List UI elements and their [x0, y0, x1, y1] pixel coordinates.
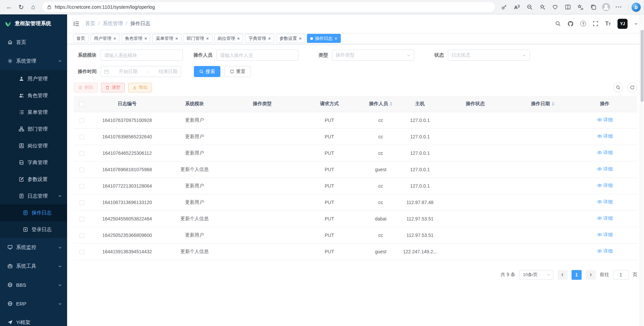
sidebar-item-user-mgmt[interactable]: 用户管理 [0, 70, 67, 87]
column-header-operator[interactable]: 操作人员 [359, 96, 402, 112]
date-range-picker[interactable]: 开始日期 - 结束日期 [101, 66, 181, 77]
zoom-out-icon[interactable] [524, 1, 535, 13]
close-icon[interactable]: × [334, 36, 337, 41]
module-input[interactable] [104, 53, 179, 58]
toggle-search-button[interactable] [613, 82, 623, 92]
address-bar[interactable]: https://ccnetcore.com:1101/system/log/op… [42, 2, 495, 12]
sidebar-item-erp[interactable]: ERP [0, 294, 67, 313]
tag-tab-menu[interactable]: 菜单管理× [152, 34, 181, 43]
help-icon[interactable]: ? [580, 21, 586, 26]
row-checkbox[interactable] [79, 168, 84, 172]
column-header-date[interactable]: 操作日期 [513, 96, 572, 112]
row-checkbox[interactable] [79, 135, 84, 139]
browser-home-button[interactable]: ⌂ [28, 1, 39, 13]
sidebar-item-yi-framework[interactable]: Yi框架 [0, 313, 67, 326]
sidebar-item-monitor[interactable]: 系统监控 [0, 238, 67, 257]
sidebar-item-tools[interactable]: 系统工具 [0, 257, 67, 275]
collections-icon[interactable] [588, 1, 599, 13]
tag-tab-post[interactable]: 岗位管理× [214, 34, 243, 43]
sidebar-item-post-mgmt[interactable]: 岗位管理 [0, 137, 67, 154]
close-icon[interactable]: × [299, 36, 302, 41]
tag-tab-operlog-active[interactable]: 操作日志× [307, 34, 340, 43]
detail-link[interactable]: 详细 [597, 117, 613, 123]
close-icon[interactable]: × [206, 36, 209, 41]
refresh-button[interactable]: ↻ [15, 1, 27, 13]
page-size-select[interactable]: 10条/页 [519, 270, 553, 280]
tag-tab-home[interactable]: 首页 [73, 34, 89, 43]
browser-menu-icon[interactable]: ··· [613, 1, 625, 13]
github-icon[interactable] [568, 21, 574, 27]
password-key-icon[interactable] [498, 1, 510, 13]
sidebar-item-home[interactable]: 首页 [0, 33, 67, 52]
sidebar-item-login-log[interactable]: 登录日志 [0, 221, 67, 238]
tag-tab-dept[interactable]: 部门管理× [183, 34, 212, 43]
row-checkbox[interactable] [79, 233, 84, 238]
tag-tab-user[interactable]: 用户管理× [91, 34, 119, 43]
tag-tab-role[interactable]: 角色管理× [121, 34, 150, 43]
browser-profile-avatar[interactable] [600, 1, 612, 13]
detail-link[interactable]: 详细 [597, 150, 613, 156]
detail-link[interactable]: 详细 [597, 166, 613, 172]
sort-carets-icon[interactable] [552, 101, 554, 107]
detail-link[interactable]: 详细 [597, 133, 613, 139]
bing-copilot-icon[interactable]: b [632, 3, 641, 12]
delete-button[interactable]: 删除 [74, 83, 98, 92]
breadcrumb-item[interactable]: 首页 [85, 20, 95, 27]
detail-link[interactable]: 详细 [597, 232, 613, 238]
back-button[interactable]: ← [3, 1, 15, 13]
row-checkbox[interactable] [79, 217, 84, 221]
font-size-icon[interactable]: TT [605, 21, 611, 27]
header-search-icon[interactable] [555, 21, 561, 26]
sidebar-item-param-settings[interactable]: 参数设置 [0, 171, 67, 188]
status-select[interactable]: 日志状态 [448, 50, 530, 61]
close-icon[interactable]: × [268, 36, 271, 41]
scrollbar-thumb[interactable] [641, 30, 644, 102]
user-avatar-logo[interactable]: YJ [618, 19, 628, 29]
clear-button[interactable]: 清空 [101, 83, 125, 92]
tag-tab-dict[interactable]: 字典管理× [245, 34, 274, 43]
sidebar-item-operation-log[interactable]: 操作日志 [0, 204, 67, 221]
fullscreen-icon[interactable] [593, 21, 598, 26]
search-button[interactable]: 搜索 [194, 66, 220, 77]
read-aloud-icon[interactable]: A)) [511, 1, 523, 13]
page-number-button[interactable]: 1 [572, 270, 582, 280]
operator-input[interactable] [220, 53, 295, 58]
browser-essentials-icon[interactable] [549, 1, 561, 13]
refresh-table-button[interactable] [627, 82, 637, 92]
breadcrumb-item[interactable]: 系统管理 [103, 20, 123, 27]
close-icon[interactable]: × [113, 36, 116, 41]
next-page-button[interactable] [586, 270, 596, 280]
close-icon[interactable]: × [175, 36, 178, 41]
split-screen-icon[interactable] [562, 1, 574, 13]
sidebar-item-bbs[interactable]: BBS [0, 275, 67, 294]
row-checkbox[interactable] [79, 184, 84, 189]
row-checkbox[interactable] [79, 250, 84, 254]
detail-link[interactable]: 详细 [597, 199, 613, 205]
detail-link[interactable]: 详细 [597, 248, 613, 254]
select-all-checkbox[interactable] [79, 102, 84, 107]
tag-tab-param[interactable]: 参数设置× [276, 34, 305, 43]
favorites-bar-icon[interactable] [575, 1, 586, 13]
sort-carets-icon[interactable] [390, 101, 392, 107]
sidebar-item-dept-mgmt[interactable]: 部门管理 [0, 121, 67, 137]
sidebar-item-system[interactable]: 系统管理 [0, 52, 67, 70]
row-checkbox[interactable] [79, 200, 84, 205]
avatar-caret-icon[interactable] [634, 22, 638, 25]
row-checkbox[interactable] [79, 151, 84, 156]
sidebar-item-role-mgmt[interactable]: 角色管理 [0, 87, 67, 104]
add-favorite-icon[interactable] [537, 1, 548, 13]
prev-page-button[interactable] [557, 270, 568, 280]
export-button[interactable]: 导出 [128, 83, 152, 92]
row-checkbox[interactable] [79, 118, 84, 123]
sidebar-item-dict-mgmt[interactable]: 字典管理 [0, 154, 67, 171]
close-icon[interactable]: × [144, 36, 147, 41]
reset-button[interactable]: 重置 [224, 66, 251, 77]
goto-page-input[interactable] [613, 270, 629, 280]
sidebar-item-menu-mgmt[interactable]: 菜单管理 [0, 104, 67, 121]
detail-link[interactable]: 详细 [597, 183, 613, 189]
close-icon[interactable]: × [237, 36, 240, 41]
sidebar-item-log-mgmt[interactable]: 日志管理 [0, 188, 67, 204]
detail-link[interactable]: 详细 [597, 215, 613, 221]
type-select[interactable]: 操作类型 [332, 50, 414, 61]
sidebar-toggle-icon[interactable] [73, 20, 80, 27]
